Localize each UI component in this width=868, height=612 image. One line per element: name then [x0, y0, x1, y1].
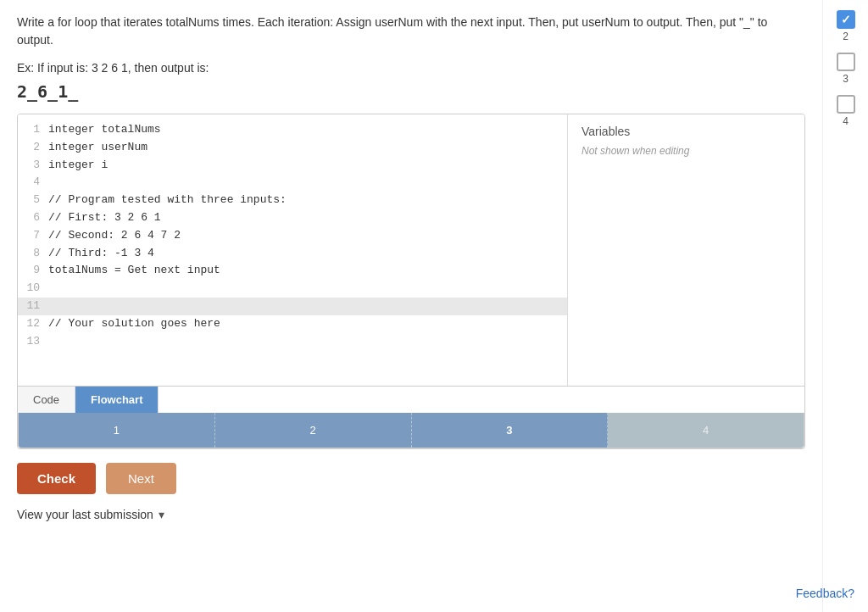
code-line: 9totalNums = Get next input — [18, 262, 567, 280]
progress-segment-3[interactable]: 3 — [412, 413, 609, 448]
line-number: 2 — [18, 139, 48, 157]
line-content[interactable]: integer totalNums — [48, 121, 567, 139]
sidebar-item-3[interactable]: 3 — [833, 49, 859, 88]
progress-segment-2[interactable]: 2 — [215, 413, 412, 448]
line-content[interactable]: // First: 3 2 6 1 — [48, 209, 567, 227]
line-number: 8 — [18, 245, 48, 263]
line-number: 11 — [18, 298, 48, 315]
code-panel[interactable]: 1integer totalNums2integer userNum3integ… — [18, 114, 567, 386]
check-button[interactable]: Check — [17, 463, 96, 494]
line-number: 12 — [18, 315, 48, 333]
code-line: 8// Third: -1 3 4 — [18, 245, 567, 263]
checkbox-empty-icon — [837, 53, 855, 71]
line-content[interactable]: // Your solution goes here — [48, 315, 567, 333]
chevron-down-icon: ▾ — [159, 508, 164, 521]
variables-subtitle: Not shown when editing — [581, 145, 791, 157]
instruction-text: Write a for loop that iterates totalNums… — [17, 14, 805, 49]
output-example: 2_6_1_ — [17, 81, 805, 102]
code-line: 2integer userNum — [18, 139, 567, 157]
checkbox-checked-icon: ✓ — [837, 10, 855, 29]
code-line: 12// Your solution goes here — [18, 315, 567, 333]
line-number: 6 — [18, 209, 48, 227]
example-label: Ex: If input is: 3 2 6 1, then output is… — [17, 61, 805, 75]
line-number: 7 — [18, 227, 48, 245]
line-content[interactable]: integer i — [48, 157, 567, 175]
next-button[interactable]: Next — [106, 463, 176, 494]
line-content[interactable] — [48, 174, 567, 192]
line-content[interactable]: // Third: -1 3 4 — [48, 245, 567, 263]
progress-segment-1[interactable]: 1 — [19, 413, 215, 448]
checkbox-empty-icon — [837, 95, 855, 114]
code-line: 1integer totalNums — [18, 121, 567, 139]
progress-bar: 1234 — [18, 413, 804, 448]
tabs-bar: CodeFlowchart — [18, 386, 804, 413]
line-number: 3 — [18, 157, 48, 175]
line-number: 1 — [18, 121, 48, 139]
line-content[interactable]: // Second: 2 6 4 7 2 — [48, 227, 567, 245]
code-line: 11 — [18, 298, 567, 315]
code-line: 10 — [18, 280, 567, 298]
line-content[interactable]: totalNums = Get next input — [48, 262, 567, 280]
sidebar: ✓234 — [822, 0, 868, 612]
line-content[interactable] — [48, 333, 567, 351]
line-number: 13 — [18, 333, 48, 351]
line-content[interactable] — [48, 298, 567, 315]
line-number: 4 — [18, 174, 48, 192]
editor-container: 1integer totalNums2integer userNum3integ… — [17, 114, 805, 449]
tab-code[interactable]: Code — [18, 387, 75, 413]
line-number: 10 — [18, 280, 48, 298]
submission-link[interactable]: View your last submission ▾ — [17, 508, 805, 521]
line-content[interactable]: integer userNum — [48, 139, 567, 157]
line-content[interactable]: // Program tested with three inputs: — [48, 192, 567, 209]
code-line: 6// First: 3 2 6 1 — [18, 209, 567, 227]
line-content[interactable] — [48, 280, 567, 298]
sidebar-item-2[interactable]: ✓2 — [833, 7, 859, 46]
sidebar-item-4[interactable]: 4 — [833, 92, 859, 131]
variables-panel: Variables Not shown when editing — [567, 114, 804, 386]
actions-bar: Check Next — [17, 463, 805, 494]
code-line: 4 — [18, 174, 567, 192]
code-line: 3integer i — [18, 157, 567, 175]
variables-title: Variables — [581, 125, 791, 138]
code-line: 5// Program tested with three inputs: — [18, 192, 567, 209]
submission-link-text: View your last submission — [17, 508, 153, 521]
line-number: 5 — [18, 192, 48, 209]
line-number: 9 — [18, 262, 48, 280]
code-line: 13 — [18, 333, 567, 351]
code-line: 7// Second: 2 6 4 7 2 — [18, 227, 567, 245]
progress-segment-4[interactable]: 4 — [608, 413, 804, 448]
feedback-link[interactable]: Feedback? — [796, 587, 854, 600]
tab-flowchart[interactable]: Flowchart — [75, 387, 159, 413]
